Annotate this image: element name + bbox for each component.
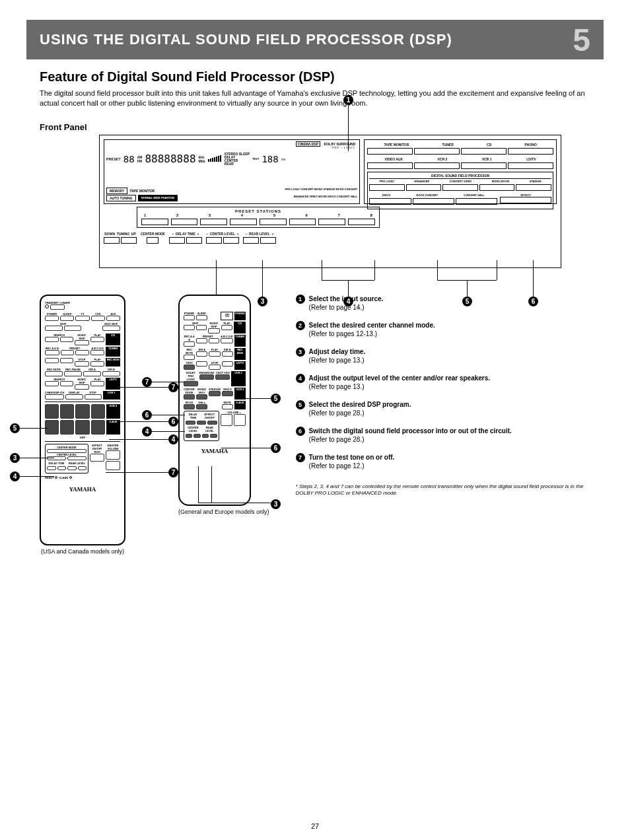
remote-button[interactable] [221,338,233,343]
remote-button[interactable] [45,350,59,355]
remote-button[interactable] [184,394,195,400]
remote-vol-up-button[interactable] [234,414,246,426]
remote-dsp-button[interactable] [45,420,59,435]
remote-button[interactable] [196,315,207,320]
remote-button[interactable] [186,421,195,425]
preset-button[interactable] [141,219,168,225]
remote-button[interactable] [90,381,105,386]
src-button[interactable] [414,148,460,155]
remote-button[interactable] [75,350,89,355]
dsp-button[interactable] [369,184,405,191]
remote-button[interactable] [184,404,195,409]
remote-button[interactable] [47,466,56,470]
preset-button[interactable] [200,219,227,225]
src-button[interactable] [508,148,553,155]
remote-button[interactable] [186,434,192,438]
src-button[interactable] [367,162,413,169]
dsp-button[interactable] [479,184,515,191]
src-button[interactable] [461,148,507,155]
preset-button[interactable] [318,219,345,225]
dsp-button[interactable] [456,198,497,205]
remote-button[interactable] [196,338,207,343]
remote-button[interactable] [197,421,207,425]
remote-button[interactable] [78,466,87,470]
remote-button[interactable] [45,394,64,400]
remote-vol-down-button[interactable] [106,461,120,470]
remote-button[interactable] [221,325,233,330]
remote-button[interactable] [209,351,220,357]
remote-button[interactable] [184,325,195,330]
preset-button[interactable] [230,219,257,225]
remote-switch[interactable] [50,304,65,310]
effect-button[interactable] [500,197,551,203]
preset-button[interactable] [171,219,198,225]
remote-button[interactable] [60,337,74,342]
remote-button[interactable] [60,381,74,386]
remote-button[interactable] [209,365,220,370]
remote-button[interactable] [184,381,198,386]
delay-plus-button[interactable] [186,237,202,244]
remote-button[interactable] [196,351,207,357]
remote-button[interactable] [75,361,89,367]
rear-level-minus-button[interactable] [243,237,259,244]
tuning-up-button[interactable] [121,237,137,244]
center-level-plus-button[interactable] [223,237,239,244]
remote-button[interactable] [222,404,233,409]
dsp-button[interactable] [406,184,442,191]
remote-button[interactable] [196,361,207,367]
remote-vol-down-button[interactable] [221,414,232,426]
remote-button[interactable] [196,404,207,409]
remote-vcr-button[interactable] [91,316,105,321]
src-button[interactable] [508,162,553,169]
center-level-minus-button[interactable] [206,237,222,244]
remote-button[interactable] [57,466,67,470]
remote-b-effect-button[interactable] [207,421,217,425]
tuning-down-button[interactable] [104,237,120,244]
remote-dsp-button[interactable] [91,420,105,435]
remote-button[interactable] [45,381,59,386]
dsp-button[interactable] [516,184,551,191]
src-button[interactable] [461,162,507,169]
remote-button[interactable] [45,337,59,342]
remote-b-test-button[interactable] [184,365,195,370]
src-button[interactable] [414,162,460,169]
remote-vol-up-button[interactable] [106,450,120,460]
remote-button[interactable] [67,456,87,460]
delay-minus-button[interactable] [169,237,185,244]
remote-button[interactable] [45,371,63,376]
remote-button[interactable] [60,358,74,363]
remote-button[interactable] [196,394,207,400]
remote-button[interactable] [75,340,89,345]
remote-dsp-button[interactable] [75,404,89,419]
remote-dsp-button[interactable] [60,420,74,435]
remote-button[interactable] [210,434,217,438]
remote-button[interactable] [75,384,89,390]
preset-button[interactable] [289,219,316,225]
remote-button[interactable] [90,350,105,355]
remote-dsp-button[interactable] [91,404,105,419]
remote-button[interactable] [47,456,66,460]
remote-button[interactable] [215,374,230,380]
remote-button[interactable] [85,394,102,400]
dsp-button[interactable] [369,198,411,205]
remote-button[interactable] [61,350,75,355]
src-button[interactable] [367,148,413,155]
remote-button[interactable] [193,434,200,438]
remote-dsp-button[interactable] [75,420,89,435]
rear-level-plus-button[interactable] [260,237,276,244]
remote-button[interactable] [222,391,233,396]
remote-sleep-button[interactable] [60,316,74,321]
remote-button[interactable] [67,466,77,470]
dsp-button[interactable] [442,184,478,191]
remote-button[interactable] [222,361,233,367]
remote-test-button[interactable] [90,454,104,462]
remote-dsp-button[interactable] [45,404,59,419]
remote-button[interactable] [45,326,63,331]
remote-button[interactable] [184,355,195,360]
remote-button[interactable] [196,325,207,330]
remote-button[interactable] [222,351,233,357]
remote-button[interactable] [90,337,105,342]
remote-button[interactable] [199,374,215,380]
remote-aux-button[interactable] [106,316,120,321]
remote-button[interactable] [184,315,195,320]
